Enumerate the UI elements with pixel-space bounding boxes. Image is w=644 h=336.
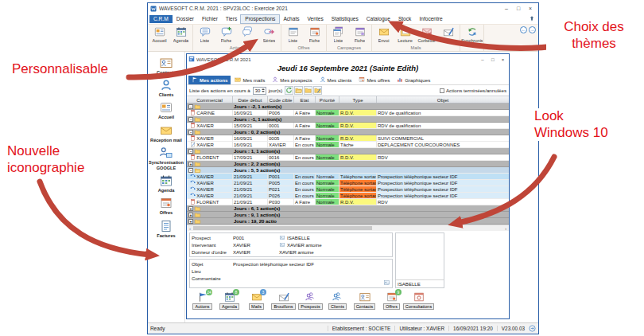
expander-icon[interactable]: - (188, 130, 193, 135)
menu-item-achats[interactable]: Achats (279, 15, 303, 23)
toolbar-fiche[interactable]: Fiche (304, 25, 325, 45)
bottom-nav-clients[interactable]: Clients (325, 291, 350, 310)
close-button[interactable]: × (525, 6, 536, 11)
toolbar-brouillon[interactable]: Brouillon (437, 25, 459, 45)
filter-button-folder-open[interactable] (294, 86, 303, 95)
toolbar-envoi[interactable]: Envoi (373, 25, 394, 45)
menu-item-fichier[interactable]: Fichier (198, 15, 222, 23)
sidebar-item-offres[interactable]: Offres (148, 195, 184, 217)
bottom-nav-brouillons[interactable]: Brouillons (271, 291, 296, 310)
toolbar-series[interactable]: Séries (258, 25, 280, 45)
bottom-nav-offres[interactable]: 9Offres (379, 291, 404, 310)
menu-item-prospections[interactable]: Prospections (241, 15, 279, 23)
expander-icon[interactable]: - (188, 149, 193, 154)
toolbar-synchronis[interactable]: Synchronis. (461, 25, 483, 45)
table-row[interactable]: XAVIER21/09/21P021En coursNormaleTélépho… (187, 186, 509, 193)
menu-item-catalogue[interactable]: Catalogue (363, 15, 394, 23)
expander-icon[interactable]: - (188, 168, 193, 173)
scrollbar-thumb[interactable] (193, 226, 372, 230)
minimize-button[interactable]: – (501, 6, 512, 11)
tab-mes-mails[interactable]: Mes mails (231, 76, 268, 84)
table-row[interactable]: CARINE16/09/21P006A FaireNormaleR.D.V.RD… (187, 110, 509, 116)
tab-mes-clients[interactable]: Mes clients (316, 76, 355, 84)
toolbar-corbeille[interactable]: Corbeille (416, 25, 437, 45)
toolbar-liste[interactable]: Liste (282, 25, 304, 45)
bottom-nav-contacts[interactable]: Contacts (352, 291, 377, 310)
pin-icon[interactable] (529, 15, 535, 22)
table-group-row[interactable]: +Jours : 6, 1 action(s) (187, 205, 509, 212)
sidebar-item-agenda[interactable]: Agenda (148, 173, 184, 195)
column-header-priorite[interactable]: Priorité (316, 96, 339, 103)
toolbar-fiche[interactable]: Fiche (349, 25, 370, 45)
toolbar-liste[interactable]: Liste (328, 25, 349, 45)
expander-icon[interactable]: - (188, 104, 193, 109)
bottom-nav-consultations[interactable]: Consultations (406, 291, 431, 310)
table-row[interactable]: XAVIER21/09/21P001En coursNormaleTélépho… (187, 174, 509, 180)
table-row[interactable]: XAVIER16/09/21XAVIEREn coursNormaleTâche… (187, 142, 509, 148)
child-minimize-button[interactable]: – (479, 57, 487, 62)
participant-item[interactable]: ISABELLE (396, 279, 444, 287)
expander-icon[interactable]: + (188, 206, 193, 211)
maximize-button[interactable]: □ (513, 6, 524, 11)
column-header-code-cible[interactable]: Code cible (268, 96, 294, 103)
table-group-row[interactable]: +Jours : 19, 20 actio (187, 218, 509, 225)
expander-icon[interactable]: + (188, 162, 193, 166)
table-group-row[interactable]: -Jours : -2, 1 action(s) (187, 104, 509, 110)
days-spinner[interactable]: 30 (253, 87, 266, 95)
menu-item-dossier[interactable]: Dossier (173, 15, 198, 23)
sidebar-item-clients[interactable]: Clients (148, 76, 184, 99)
table-row[interactable]: FLORENT17/09/210016En coursNormaleR.D.V.… (187, 154, 509, 161)
toolbar-fiche[interactable]: Fiche (215, 25, 237, 45)
tab-mes-actions[interactable]: Mes actions (188, 76, 231, 84)
column-header-date-debut[interactable]: Date début (233, 96, 268, 103)
sidebar-item-reception-mail[interactable]: Réception mail (148, 122, 184, 144)
sidebar-item-synchronisation-google[interactable]: Synchronisation GOOGLE (148, 145, 184, 173)
table-group-row[interactable]: +Jours : 2, 2 action(s) (187, 161, 509, 167)
table-group-row[interactable]: -Jours : 1, 1 action(s) (187, 148, 509, 154)
menu-item-infocentre[interactable]: Infocentre (415, 15, 446, 23)
scroll-left-icon[interactable]: ‹ (187, 226, 193, 231)
spinner-arrows-icon[interactable] (262, 88, 265, 92)
column-header-etat[interactable]: Etat (294, 96, 316, 103)
toolbar-lecture[interactable]: Lecture (394, 25, 416, 45)
bottom-nav-agenda[interactable]: 8Agenda (217, 291, 242, 310)
column-header-type[interactable]: Type (339, 96, 377, 103)
finished-actions-checkbox[interactable]: Actions terminées/annulées (440, 88, 506, 93)
child-maximize-button[interactable]: □ (488, 57, 497, 62)
expander-icon[interactable]: + (188, 213, 193, 217)
menu-item-c-r-m[interactable]: C.R.M (149, 15, 173, 23)
filter-button-refresh[interactable] (285, 86, 293, 95)
table-row[interactable]: XAVIER21/09/21P005En coursNormaleTélépho… (187, 180, 509, 186)
toolbar-accueil[interactable]: Accueil (149, 25, 170, 45)
table-group-row[interactable]: -Jours : 5, 5 action(s) (187, 167, 509, 174)
table-row[interactable]: XAVIER15/09/210001A FaireNormaleR.D.V.RD… (187, 123, 509, 129)
table-group-row[interactable]: +Jours : 9, 1 action(s) (187, 212, 509, 218)
tab-mes-prospects[interactable]: Mes prospects (269, 76, 315, 84)
tab-graphiques[interactable]: Graphiques (394, 76, 433, 84)
column-header-objet[interactable]: Objet (377, 96, 509, 103)
expander-icon[interactable]: - (188, 117, 193, 122)
toolbar-liste[interactable]: Liste (194, 25, 215, 45)
expander-icon[interactable]: + (188, 219, 193, 224)
toolbar-bubble-multi[interactable] (237, 25, 258, 45)
toolbar-agenda[interactable]: Agenda (170, 25, 192, 45)
column-header-commercial[interactable]: Commercial (187, 96, 233, 103)
sidebar-item-factures[interactable]: Factures (148, 217, 184, 240)
sidebar-item-contacts[interactable]: Contacts (148, 54, 184, 76)
back-icon[interactable]: ← (520, 26, 527, 33)
child-close-button[interactable]: × (499, 57, 507, 62)
table-row[interactable]: XAVIER21/09/21P026En coursNormaleTélépho… (187, 193, 509, 199)
bottom-nav-mails[interactable]: 3Mails (244, 291, 269, 310)
table-group-row[interactable]: -Jours : 0, 2 action(s) (187, 129, 509, 135)
photo-icon[interactable] (383, 279, 390, 286)
scroll-right-icon[interactable]: › (502, 226, 509, 231)
filter-button-folder[interactable] (304, 86, 312, 95)
checkbox-icon[interactable] (440, 88, 444, 93)
table-row[interactable]: XAVIER16/09/210005A FaireNormaleR.D.V.SU… (187, 135, 509, 142)
sidebar-item-accueil[interactable]: Accueil (148, 100, 184, 122)
horizontal-scrollbar[interactable]: ‹ › (187, 225, 509, 231)
bottom-nav-prospects[interactable]: Prospects (298, 291, 323, 310)
bottom-nav-actions[interactable]: 24Actions (190, 291, 215, 310)
forward-icon[interactable]: → (529, 26, 536, 33)
tab-mes-offres[interactable]: Mes offres (355, 76, 393, 84)
